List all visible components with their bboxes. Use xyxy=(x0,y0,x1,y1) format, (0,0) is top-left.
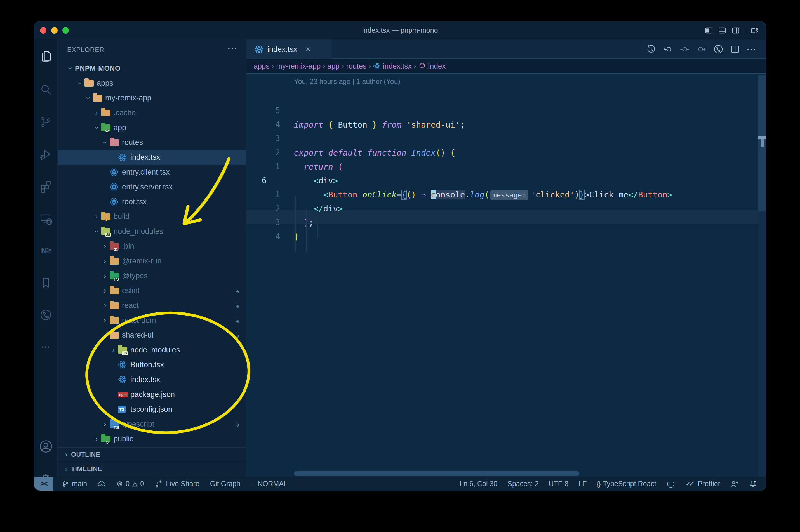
code-line-4[interactable]: 2 return ( xyxy=(246,132,758,146)
outline-section-header[interactable]: › OUTLINE xyxy=(58,447,246,462)
tree-item-public[interactable]: › ☺ public xyxy=(58,432,246,446)
chevron-collapsed-icon[interactable]: › xyxy=(92,109,101,117)
chevron-collapsed-icon[interactable]: › xyxy=(100,257,110,265)
activity-extensions-icon[interactable] xyxy=(34,178,58,195)
tree-item-root-tsx[interactable]: root.tsx xyxy=(58,194,246,209)
tree-item-entry-client-tsx[interactable]: entry.client.tsx xyxy=(58,165,246,179)
accounts-icon[interactable] xyxy=(34,438,58,455)
explorer-more-actions-button[interactable]: ··· xyxy=(228,44,238,53)
activity-source-control-icon[interactable] xyxy=(34,114,58,130)
tree-item-entry-server-tsx[interactable]: entry.server.tsx xyxy=(58,179,246,194)
tree-item-button-tsx[interactable]: Button.tsx xyxy=(58,358,246,372)
tree-item-remix-run[interactable]: › @remix-run xyxy=(58,254,246,268)
code-line-7[interactable]: 1 </div> xyxy=(246,174,758,188)
activity-remote-explorer-icon[interactable] xyxy=(34,210,58,227)
activity-explorer-icon[interactable] xyxy=(34,48,58,64)
breadcrumb-item-routes[interactable]: routes xyxy=(346,62,366,71)
chevron-expanded-icon[interactable]: › xyxy=(66,64,75,73)
toggle-panel-icon[interactable] xyxy=(718,26,726,35)
more-actions-icon[interactable]: ··· xyxy=(747,44,757,55)
status-cursor-position[interactable]: Ln 6, Col 30 xyxy=(460,480,497,488)
source-control-graph-icon[interactable] xyxy=(713,44,723,54)
timeline-history-icon[interactable] xyxy=(646,44,656,54)
toggle-primary-sidebar-icon[interactable] xyxy=(705,26,713,35)
chevron-expanded-icon[interactable]: › xyxy=(84,93,93,103)
tree-item-package-json[interactable]: npm package.json xyxy=(58,387,246,402)
tree-item-shared-ui[interactable]: › shared-ui↳ xyxy=(58,328,246,343)
code-line-9[interactable]: 3 } xyxy=(246,202,758,216)
status-language[interactable]: {}TypeScript React xyxy=(597,480,656,488)
activity-nx-console-icon[interactable]: N≥ xyxy=(34,242,58,259)
code-line-1[interactable]: 5 import { Button } from 'shared-ui'; xyxy=(246,90,758,104)
code-line-5[interactable]: 1 <div> xyxy=(246,146,758,160)
remote-indicator-button[interactable]: >< xyxy=(34,477,53,491)
activity-git-graph-icon[interactable] xyxy=(34,307,58,323)
status-eol[interactable]: LF xyxy=(578,480,587,488)
open-changes-icon[interactable] xyxy=(680,44,690,54)
status-problems[interactable]: ⊗0△0 xyxy=(117,479,144,488)
status-branch[interactable]: main xyxy=(61,480,87,488)
breadcrumb-item-my-remix-app[interactable]: my-remix-app xyxy=(276,62,321,71)
tree-item-node-modules[interactable]: › JS node_modules xyxy=(58,343,246,358)
timeline-section-header[interactable]: › TIMELINE xyxy=(58,462,246,476)
tree-item-app[interactable]: › ⚙ app xyxy=(58,120,246,135)
status-formatter[interactable]: ✓✓Prettier xyxy=(685,479,720,488)
codelens-annotation[interactable]: You, 23 hours ago | 1 author (You) xyxy=(294,77,400,86)
chevron-collapsed-icon[interactable]: › xyxy=(100,286,110,295)
code-line-2[interactable]: 4 xyxy=(246,104,758,118)
code-line-3[interactable]: 3 export default function Index() { xyxy=(246,118,758,132)
status-vim-mode[interactable]: -- NORMAL -- xyxy=(251,480,294,488)
status-git-graph[interactable]: Git Graph xyxy=(210,480,240,488)
breadcrumb-item-index-tsx[interactable]: index.tsx xyxy=(373,62,412,71)
tree-item-eslint[interactable]: › eslint↳ xyxy=(58,283,246,298)
chevron-collapsed-icon[interactable]: › xyxy=(100,271,110,280)
horizontal-scrollbar-thumb[interactable] xyxy=(294,471,579,476)
tree-item-typescript[interactable]: › TS typescript↳ xyxy=(58,417,246,432)
tree-item-react[interactable]: › react↳ xyxy=(58,298,246,313)
status-sync[interactable] xyxy=(98,480,106,488)
chevron-expanded-icon[interactable]: › xyxy=(76,79,84,88)
chevron-collapsed-icon[interactable]: › xyxy=(100,420,110,429)
tree-item-my-remix-app[interactable]: › my-remix-app xyxy=(58,91,246,106)
chevron-expanded-icon[interactable]: › xyxy=(101,330,109,340)
code-line-8[interactable]: 2 ); xyxy=(246,188,758,202)
status-live-share[interactable]: Live Share xyxy=(155,480,199,488)
vertical-scrollbar[interactable] xyxy=(758,75,766,477)
tree-item-root[interactable]: › PNPM-MONO xyxy=(58,61,246,76)
tree-item-index-tsx[interactable]: index.tsx xyxy=(58,372,246,387)
activity-search-icon[interactable] xyxy=(34,81,58,98)
code-line-6[interactable]: 6 <Button onClick={() ⇒ console.log(mess… xyxy=(246,160,758,174)
tab-index-tsx[interactable]: index.tsx × xyxy=(246,39,332,59)
activity-run-debug-icon[interactable] xyxy=(34,146,58,163)
tree-item-types[interactable]: › TS @types xyxy=(58,268,246,283)
status-feedback[interactable] xyxy=(730,480,739,488)
tree-item-tsconfig-json[interactable]: TS tsconfig.json xyxy=(58,402,246,417)
chevron-expanded-icon[interactable]: › xyxy=(101,138,109,147)
chevron-expanded-icon[interactable]: › xyxy=(92,123,101,133)
status-encoding[interactable]: UTF-8 xyxy=(549,480,568,488)
chevron-collapsed-icon[interactable]: › xyxy=(92,212,101,221)
customize-layout-icon[interactable] xyxy=(750,26,759,35)
status-indentation[interactable]: Spaces: 2 xyxy=(508,480,538,488)
tree-item-routes[interactable]: › ∴ routes xyxy=(58,135,246,150)
code-line-10[interactable]: 4 xyxy=(246,216,758,230)
breadcrumb-item-index[interactable]: Index xyxy=(418,62,446,71)
tree-item-build[interactable]: › ● build xyxy=(58,209,246,224)
navigate-back-icon[interactable] xyxy=(663,44,673,54)
breadcrumb-item-app[interactable]: app xyxy=(327,62,339,71)
activity-more-icon[interactable]: ··· xyxy=(34,339,58,356)
toggle-secondary-sidebar-icon[interactable] xyxy=(731,26,740,35)
navigate-forward-icon[interactable] xyxy=(697,44,707,54)
activity-bookmarks-icon[interactable] xyxy=(34,274,58,291)
chevron-collapsed-icon[interactable]: › xyxy=(100,316,110,325)
chevron-collapsed-icon[interactable]: › xyxy=(92,435,101,443)
chevron-collapsed-icon[interactable]: › xyxy=(109,346,118,355)
chevron-collapsed-icon[interactable]: › xyxy=(100,242,110,251)
tree-item-index-tsx[interactable]: index.tsx xyxy=(58,150,246,165)
status-notifications[interactable] xyxy=(749,480,757,488)
tree-item-bin[interactable]: › 01 .bin xyxy=(58,239,246,254)
chevron-expanded-icon[interactable]: › xyxy=(92,227,101,236)
tree-item-cache[interactable]: › .cache xyxy=(58,106,246,120)
breadcrumb-item-apps[interactable]: apps xyxy=(254,62,269,71)
tree-item-node-modules[interactable]: › JS node_modules xyxy=(58,224,246,239)
